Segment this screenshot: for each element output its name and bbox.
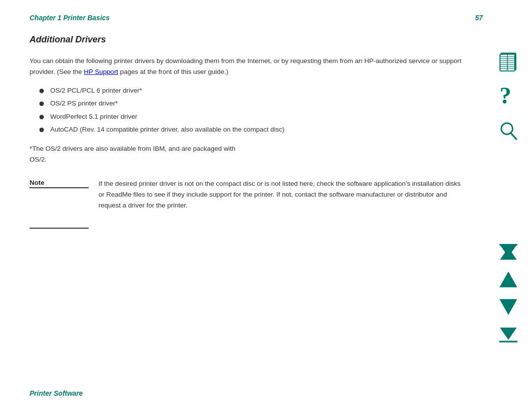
svg-marker-15 [500, 245, 517, 257]
note-section: Note If the desired printer driver is no… [30, 178, 463, 229]
sidebar-nav: ? [496, 49, 521, 144]
list-item: OS/2 PS printer driver* [39, 99, 463, 108]
footer-label: Printer Software [30, 389, 83, 397]
svg-marker-18 [499, 299, 517, 315]
svg-line-12 [511, 134, 517, 139]
page-number: 57 [475, 14, 483, 22]
arrow-to-top-button[interactable] [496, 241, 521, 262]
book-icon[interactable] [496, 49, 521, 75]
note-label: Note [30, 179, 89, 188]
svg-marker-19 [500, 328, 517, 340]
arrow-down-button[interactable] [496, 297, 521, 317]
intro-paragraph: You can obtain the following printer dri… [30, 56, 463, 77]
footnote: *The OS/2 drivers are also available fro… [30, 143, 463, 165]
page-header: Chapter 1 Printer Basics 57 [30, 14, 483, 22]
svg-text:?: ? [499, 84, 511, 108]
note-bottom-line [30, 228, 89, 229]
hp-support-link[interactable]: HP Support [84, 68, 118, 75]
intro-end: pages at the front of this user guide.) [118, 68, 229, 75]
note-label-column: Note [30, 178, 99, 229]
search-icon[interactable] [496, 118, 521, 144]
list-item: AutoCAD (Rev. 14 compatible printer driv… [39, 125, 463, 135]
page-footer: Printer Software [30, 389, 83, 397]
chapter-header: Chapter 1 Printer Basics [30, 14, 110, 22]
driver-list: OS/2 PCL/PCL 6 printer driver* OS/2 PS p… [39, 86, 463, 135]
section-title: Additional Drivers [30, 34, 463, 45]
list-item: WordPerfect 5.1 printer driver [39, 112, 463, 122]
main-content: Additional Drivers You can obtain the fo… [30, 34, 463, 381]
note-text: If the desired printer driver is not on … [99, 178, 463, 210]
svg-marker-17 [499, 272, 517, 287]
list-item: OS/2 PCL/PCL 6 printer driver* [39, 86, 463, 96]
question-mark-icon[interactable]: ? [496, 84, 521, 109]
arrow-up-button[interactable] [496, 269, 521, 290]
nav-arrows [496, 241, 521, 345]
arrow-to-bottom-button[interactable] [496, 324, 521, 345]
page-container: Chapter 1 Printer Basics 57 Additional D… [0, 0, 532, 411]
